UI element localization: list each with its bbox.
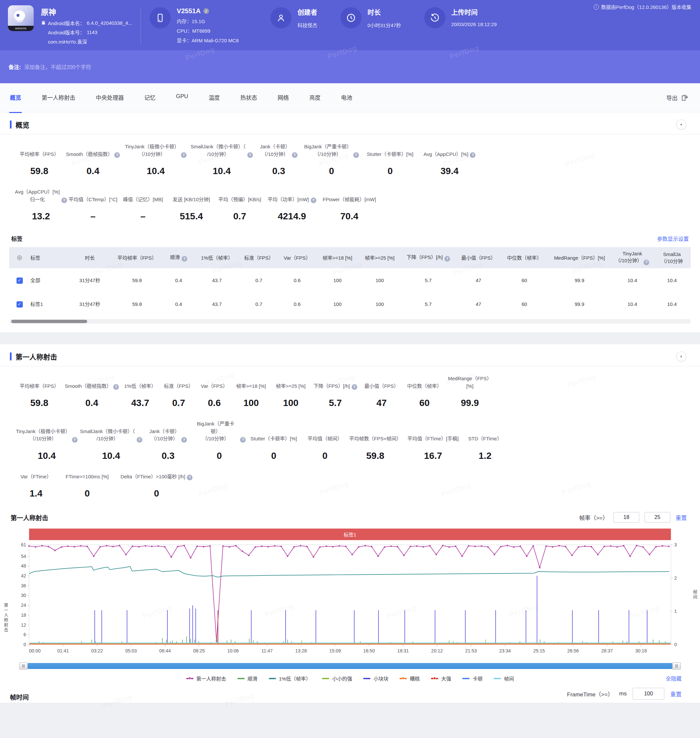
- tag-name-cell: 全部: [30, 274, 69, 286]
- help-icon[interactable]: ?: [470, 152, 475, 158]
- help-icon[interactable]: ?: [187, 475, 193, 480]
- app-icon-brand: miHoYo: [8, 26, 34, 31]
- fps-threshold-low-input[interactable]: [613, 512, 639, 523]
- tab-2[interactable]: 中央处理器: [95, 82, 125, 113]
- legend-item-0[interactable]: 第一人称射击: [186, 675, 226, 682]
- metric-label: 平均值（FTime）[手稿]: [407, 435, 459, 443]
- help-icon[interactable]: ?: [247, 152, 253, 158]
- legend-swatch: [494, 678, 501, 679]
- metric-fps-row2-7: 平均值（FTime）[手稿]16.7: [403, 435, 463, 461]
- legend-item-8[interactable]: 帧间: [494, 675, 514, 682]
- help-icon[interactable]: ?: [181, 152, 187, 158]
- help-icon[interactable]: ?: [644, 260, 649, 265]
- metric-value: 0.3: [272, 166, 285, 177]
- legend-swatch: [322, 678, 329, 679]
- table-hscrollbar[interactable]: [9, 319, 691, 324]
- legend-item-4[interactable]: 小块块: [363, 675, 388, 682]
- help-icon[interactable]: ?: [240, 437, 246, 443]
- tab-6[interactable]: 热状态: [240, 82, 258, 113]
- overview-collapse-button[interactable]: ▾: [676, 119, 686, 130]
- legend-item-3[interactable]: 小小的强: [322, 675, 352, 682]
- svg-text:10:06: 10:06: [227, 648, 239, 653]
- help-icon[interactable]: ?: [292, 152, 297, 158]
- table-hscrollbar-thumb[interactable]: [11, 320, 87, 323]
- overview-card: 概览 ▾ 平均帧率（FPS）59.8Smooth（稳帧指数）?0.4TinyJa…: [0, 112, 700, 332]
- duration-label: 时长: [368, 7, 401, 17]
- help-icon[interactable]: ?: [62, 197, 67, 203]
- export-button[interactable]: 导出: [666, 93, 689, 102]
- row-visibility-checkbox[interactable]: ✓: [16, 301, 23, 308]
- legend-swatch: [363, 678, 371, 679]
- column-header: 标准（FPS）: [240, 252, 278, 264]
- tab-5[interactable]: 温度: [208, 82, 221, 113]
- metric-fps-row3-1: FTime>=100ms [%]0: [57, 473, 117, 499]
- tab-0[interactable]: 概览: [9, 82, 22, 113]
- metric-value: 47: [376, 398, 387, 408]
- help-icon[interactable]: ?: [181, 437, 187, 443]
- tab-8[interactable]: 亮度: [309, 82, 321, 113]
- metric-value: 43.7: [131, 398, 149, 408]
- help-icon[interactable]: ?: [353, 152, 359, 158]
- hide-all-link[interactable]: 全隐藏: [666, 674, 681, 682]
- help-icon[interactable]: ?: [182, 256, 187, 262]
- tab-1[interactable]: 第一人称射击: [41, 82, 76, 113]
- metric-value: 0: [154, 488, 159, 499]
- device-block: V2551Ai 内存：15.1G CPU：MT6899 显卡：ARM Mali-…: [150, 7, 239, 50]
- metric-label: 标准（FPS）: [164, 383, 193, 390]
- param-display-settings-link[interactable]: 参数显示设置: [657, 234, 689, 243]
- svg-text:61: 61: [21, 542, 26, 547]
- help-icon[interactable]: ?: [311, 197, 316, 203]
- legend-item-7[interactable]: 卡顿: [462, 675, 482, 682]
- fps-reset-link[interactable]: 重置: [676, 513, 687, 521]
- metric-value: 0: [216, 451, 222, 461]
- tab-7[interactable]: 网络: [277, 82, 290, 113]
- legend-item-2[interactable]: 1%低（帧率）: [269, 675, 311, 682]
- table-cell: 99.9: [547, 298, 612, 310]
- metric-value: 10.4: [102, 451, 120, 461]
- table-cell: 0.4: [163, 274, 194, 286]
- help-icon[interactable]: ?: [137, 437, 142, 443]
- creator-label: 创建者: [297, 7, 317, 17]
- legend-swatch: [237, 678, 245, 679]
- metric-label: 中位数（帧率）: [407, 383, 442, 390]
- tag-banner: 标签1: [29, 529, 671, 540]
- legend-item-6[interactable]: 大强: [431, 675, 451, 682]
- metric-label: BigJank（严重卡顿） （/10分钟）: [193, 420, 238, 443]
- legend-item-1[interactable]: 顺滑: [237, 675, 257, 682]
- frametime-reset-link[interactable]: 重置: [670, 690, 681, 698]
- help-icon[interactable]: ?: [114, 152, 120, 158]
- legend-item-5[interactable]: 糟糕: [400, 675, 420, 682]
- metric-label: Stutter（卡顿率）[%]: [367, 151, 413, 158]
- remark-label: 备注:: [9, 63, 21, 71]
- svg-text:42: 42: [21, 573, 26, 579]
- metric-fps-row2-6: 平均帧数（FPS+帧间）59.8: [348, 435, 403, 461]
- metric-label: SmallJank（微小卡顿）（ /10分钟）: [80, 428, 135, 443]
- svg-text:08:25: 08:25: [193, 648, 205, 653]
- svg-text:00:00: 00:00: [29, 648, 41, 653]
- slider-left-handle[interactable]: [19, 662, 28, 670]
- fps-threshold-high-input[interactable]: [644, 512, 670, 523]
- frametime-threshold-input[interactable]: [632, 688, 664, 700]
- remark-bar[interactable]: 备注: 添加备注，不超过200个字符: [0, 50, 700, 83]
- help-icon[interactable]: ?: [444, 256, 450, 262]
- help-icon[interactable]: ?: [351, 384, 357, 390]
- metric-label: Delta（FTime）>100毫秒 [/h]: [121, 473, 185, 481]
- help-icon[interactable]: ?: [113, 384, 119, 390]
- chart-plot[interactable]: 06121824303642485461012300:0001:4103:220…: [10, 541, 690, 658]
- fps-collapse-button[interactable]: ▾: [676, 352, 686, 361]
- metric-value: 0: [388, 166, 393, 177]
- metric-value: 515.4: [179, 211, 203, 222]
- tab-3[interactable]: 记忆: [144, 82, 156, 113]
- metric-fps-row1-0: 平均帧率（FPS）59.8: [15, 383, 64, 409]
- tab-4[interactable]: GPU: [175, 82, 189, 113]
- svg-text:24: 24: [21, 602, 26, 608]
- metric-label: Avg（AppCPU）[%]: [424, 151, 469, 158]
- slider-right-handle[interactable]: [672, 662, 681, 670]
- help-icon[interactable]: ?: [72, 437, 78, 443]
- app-header: miHoYo 原神 Android版本名：6.4.0_42040338_4...…: [0, 0, 700, 50]
- tab-9[interactable]: 电池: [340, 82, 353, 113]
- device-info-icon[interactable]: i: [203, 8, 209, 14]
- metric-ov-row2-2: 峰值（记忆）[MB]–: [119, 196, 168, 222]
- time-range-slider[interactable]: [19, 662, 681, 670]
- row-visibility-checkbox[interactable]: ✓: [16, 277, 23, 284]
